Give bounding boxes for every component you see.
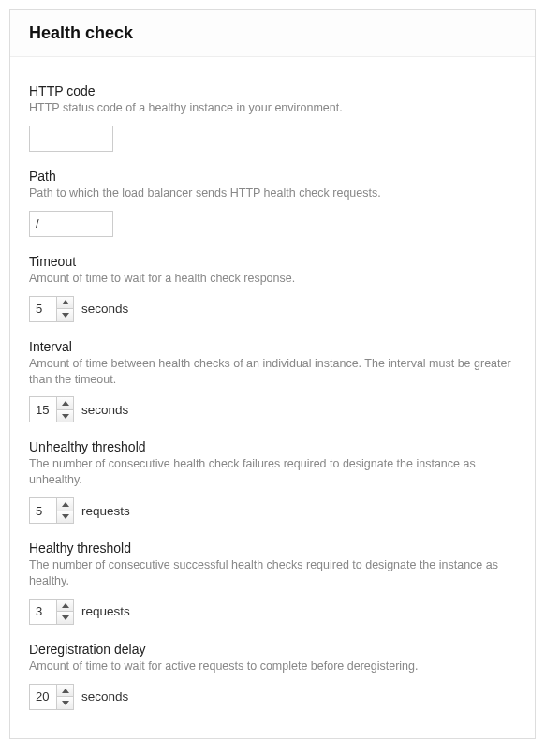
timeout-step-up[interactable] bbox=[57, 297, 73, 310]
health-check-panel: Health check HTTP code HTTP status code … bbox=[9, 9, 536, 739]
timeout-value[interactable] bbox=[30, 297, 56, 321]
healthy-threshold-value[interactable] bbox=[30, 600, 56, 624]
unhealthy-threshold-step-up[interactable] bbox=[57, 498, 73, 511]
field-http-code: HTTP code HTTP status code of a healthy … bbox=[29, 83, 516, 152]
path-help: Path to which the load balancer sends HT… bbox=[29, 185, 516, 201]
deregistration-delay-step-up[interactable] bbox=[57, 685, 73, 698]
unhealthy-threshold-help: The number of consecutive health check f… bbox=[29, 456, 516, 488]
deregistration-delay-label: Deregistration delay bbox=[29, 642, 516, 657]
timeout-label: Timeout bbox=[29, 254, 516, 269]
unhealthy-threshold-step-down[interactable] bbox=[57, 511, 73, 524]
timeout-unit: seconds bbox=[81, 302, 128, 316]
unhealthy-threshold-unit: requests bbox=[81, 504, 130, 518]
interval-value[interactable] bbox=[30, 397, 56, 422]
healthy-threshold-label: Healthy threshold bbox=[29, 541, 516, 556]
http-code-help: HTTP status code of a healthy instance i… bbox=[29, 100, 516, 116]
interval-help: Amount of time between health checks of … bbox=[29, 356, 516, 388]
unhealthy-threshold-stepper[interactable] bbox=[29, 497, 74, 524]
interval-label: Interval bbox=[29, 339, 516, 354]
http-code-label: HTTP code bbox=[29, 83, 516, 98]
interval-step-up[interactable] bbox=[57, 397, 73, 410]
unhealthy-threshold-label: Unhealthy threshold bbox=[29, 439, 516, 454]
field-interval: Interval Amount of time between health c… bbox=[29, 339, 516, 423]
deregistration-delay-help: Amount of time to wait for active reques… bbox=[29, 659, 516, 674]
healthy-threshold-unit: requests bbox=[81, 604, 130, 618]
panel-title: Health check bbox=[29, 23, 516, 43]
deregistration-delay-stepper[interactable] bbox=[29, 684, 74, 710]
healthy-threshold-step-down[interactable] bbox=[57, 612, 73, 624]
field-timeout: Timeout Amount of time to wait for a hea… bbox=[29, 254, 516, 322]
healthy-threshold-help: The number of consecutive successful hea… bbox=[29, 557, 516, 589]
path-label: Path bbox=[29, 169, 516, 184]
field-unhealthy-threshold: Unhealthy threshold The number of consec… bbox=[29, 439, 516, 524]
interval-step-down[interactable] bbox=[57, 410, 73, 422]
timeout-step-down[interactable] bbox=[57, 309, 73, 321]
interval-stepper[interactable] bbox=[29, 396, 74, 422]
panel-body: HTTP code HTTP status code of a healthy … bbox=[10, 57, 535, 738]
deregistration-delay-unit: seconds bbox=[81, 689, 128, 704]
unhealthy-threshold-value[interactable] bbox=[30, 498, 56, 523]
field-healthy-threshold: Healthy threshold The number of consecut… bbox=[29, 541, 516, 625]
panel-header: Health check bbox=[10, 10, 535, 57]
healthy-threshold-step-up[interactable] bbox=[57, 600, 73, 613]
field-deregistration-delay: Deregistration delay Amount of time to w… bbox=[29, 642, 516, 710]
interval-unit: seconds bbox=[81, 403, 128, 417]
deregistration-delay-value[interactable] bbox=[30, 685, 56, 709]
timeout-stepper[interactable] bbox=[29, 296, 74, 322]
deregistration-delay-step-down[interactable] bbox=[57, 697, 73, 709]
http-code-input[interactable] bbox=[29, 126, 113, 152]
timeout-help: Amount of time to wait for a health chec… bbox=[29, 271, 516, 287]
field-path: Path Path to which the load balancer sen… bbox=[29, 169, 516, 237]
healthy-threshold-stepper[interactable] bbox=[29, 599, 74, 625]
path-input[interactable] bbox=[29, 211, 113, 237]
